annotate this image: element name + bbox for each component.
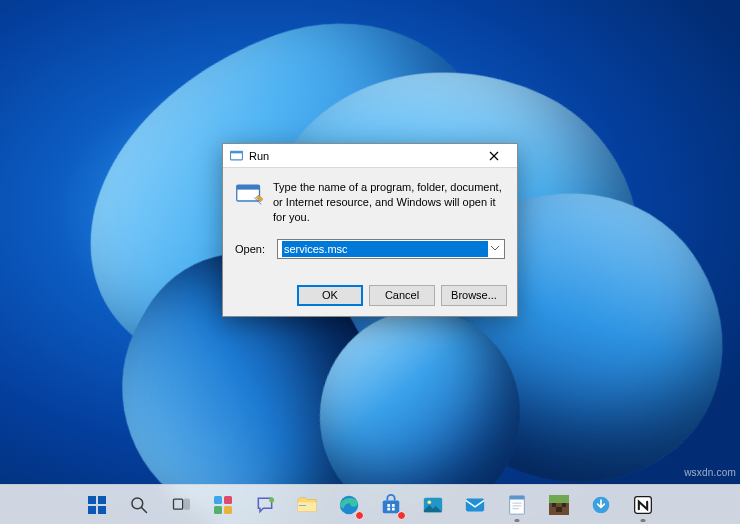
desktop-wallpaper: wsxdn.com Run Type [0, 0, 740, 524]
dialog-buttons: OK Cancel Browse... [223, 277, 517, 316]
taskbar-photos[interactable] [415, 487, 451, 523]
notification-badge [397, 511, 406, 520]
taskbar-notion[interactable] [625, 487, 661, 523]
open-label: Open: [235, 243, 269, 255]
dialog-body: Type the name of a program, folder, docu… [223, 168, 517, 277]
svg-rect-21 [392, 504, 395, 507]
svg-rect-28 [510, 495, 525, 499]
task-view-icon [170, 494, 192, 516]
svg-rect-33 [549, 495, 569, 503]
download-icon [590, 494, 612, 516]
taskbar-task-view[interactable] [163, 487, 199, 523]
run-title: Run [249, 150, 475, 162]
svg-rect-17 [299, 505, 306, 506]
taskbar-file-explorer[interactable] [289, 487, 325, 523]
notion-icon [632, 494, 654, 516]
run-dialog: Run Type the name of a program, folder, … [222, 143, 518, 317]
svg-rect-23 [392, 507, 395, 510]
taskbar-chat[interactable] [247, 487, 283, 523]
notepad-icon [506, 494, 528, 516]
svg-point-15 [269, 497, 274, 502]
taskbar [0, 484, 740, 524]
svg-rect-20 [387, 504, 390, 507]
svg-rect-19 [383, 500, 400, 513]
search-icon [128, 494, 150, 516]
taskbar-search[interactable] [121, 487, 157, 523]
chat-icon [254, 494, 276, 516]
svg-rect-36 [556, 507, 562, 512]
svg-rect-34 [552, 503, 556, 507]
taskbar-widgets[interactable] [205, 487, 241, 523]
taskbar-items [79, 487, 661, 523]
svg-rect-9 [174, 499, 183, 509]
svg-rect-3 [237, 185, 260, 189]
svg-rect-5 [98, 496, 106, 504]
run-icon [235, 180, 263, 208]
svg-rect-12 [224, 496, 232, 504]
open-combobox[interactable] [277, 239, 505, 259]
file-explorer-icon [296, 494, 318, 516]
taskbar-start[interactable] [79, 487, 115, 523]
cancel-button[interactable]: Cancel [369, 285, 435, 306]
svg-rect-6 [88, 506, 96, 514]
widgets-icon [212, 494, 234, 516]
running-indicator [515, 519, 520, 522]
image-margin [740, 0, 750, 524]
watermark-text: wsxdn.com [684, 467, 736, 478]
svg-rect-26 [466, 498, 484, 511]
run-description: Type the name of a program, folder, docu… [273, 180, 505, 225]
ok-button[interactable]: OK [297, 285, 363, 306]
run-titlebar-icon [229, 149, 243, 163]
chevron-down-icon[interactable] [488, 241, 502, 257]
titlebar[interactable]: Run [223, 144, 517, 168]
taskbar-download[interactable] [583, 487, 619, 523]
start-icon [86, 494, 108, 516]
browse-label: Browse... [451, 289, 497, 301]
svg-point-25 [428, 500, 432, 504]
minecraft-icon [548, 494, 570, 516]
svg-rect-13 [214, 506, 222, 514]
svg-rect-1 [230, 151, 242, 153]
mail-icon [464, 494, 486, 516]
photos-icon [422, 494, 444, 516]
ok-label: OK [322, 289, 338, 301]
svg-rect-4 [88, 496, 96, 504]
notification-badge [355, 511, 364, 520]
taskbar-minecraft[interactable] [541, 487, 577, 523]
taskbar-store[interactable] [373, 487, 409, 523]
svg-rect-10 [184, 499, 189, 509]
svg-rect-16 [298, 502, 316, 511]
running-indicator [641, 519, 646, 522]
svg-rect-11 [214, 496, 222, 504]
open-input[interactable] [282, 241, 488, 257]
svg-rect-35 [562, 503, 566, 507]
taskbar-edge[interactable] [331, 487, 367, 523]
taskbar-mail[interactable] [457, 487, 493, 523]
cancel-label: Cancel [385, 289, 419, 301]
taskbar-notepad[interactable] [499, 487, 535, 523]
svg-rect-14 [224, 506, 232, 514]
browse-button[interactable]: Browse... [441, 285, 507, 306]
svg-rect-22 [387, 507, 390, 510]
close-button[interactable] [475, 146, 513, 166]
svg-rect-7 [98, 506, 106, 514]
